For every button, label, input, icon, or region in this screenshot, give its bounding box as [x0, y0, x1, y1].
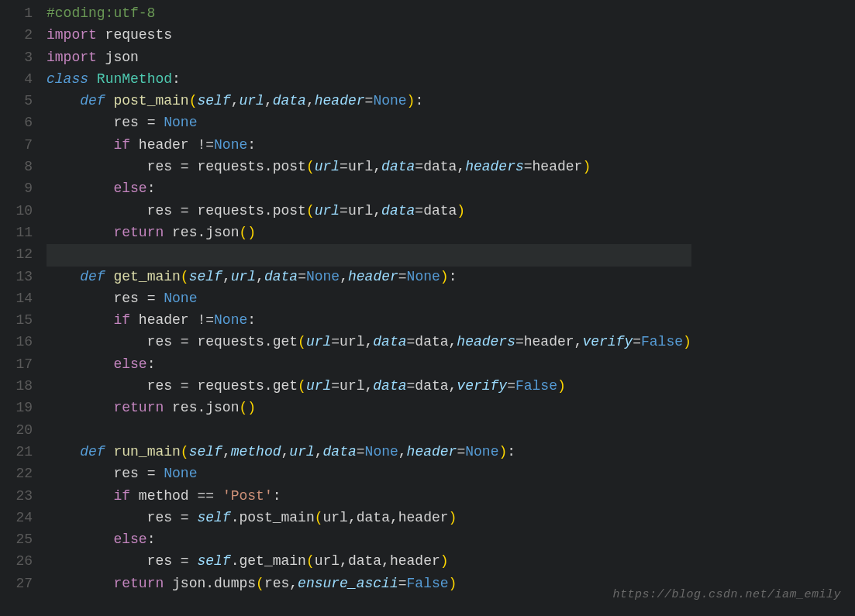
- token: [47, 181, 113, 196]
- token: .post_main: [231, 510, 315, 525]
- token: None: [306, 269, 340, 284]
- token: requests.get: [189, 378, 298, 394]
- token: :: [415, 93, 423, 108]
- token: data: [381, 203, 415, 219]
- line-number: 27: [6, 573, 33, 595]
- code-line[interactable]: else:: [47, 178, 691, 200]
- code-line[interactable]: import json: [47, 47, 691, 69]
- token: header: [407, 444, 457, 459]
- token: header: [130, 312, 197, 328]
- code-line[interactable]: [47, 244, 691, 266]
- token: !=: [197, 137, 214, 153]
- code-line[interactable]: if header !=None:: [47, 135, 691, 157]
- token: res: [47, 115, 147, 130]
- token: data: [373, 334, 406, 349]
- code-line[interactable]: def get_main(self,url,data=None,header=N…: [47, 267, 691, 288]
- code-line[interactable]: def run_main(self,method,url,data=None,h…: [47, 442, 691, 463]
- line-number: 12: [6, 244, 33, 266]
- token: header: [315, 93, 365, 108]
- token: False: [515, 378, 557, 394]
- token: =: [457, 444, 465, 459]
- code-line[interactable]: res = None: [47, 288, 691, 310]
- token: ,: [222, 269, 231, 284]
- code-line[interactable]: res = requests.post(url=url,data=data): [47, 201, 691, 222]
- code-line[interactable]: res = requests.get(url=url,data=data,ver…: [47, 376, 691, 397]
- code-area[interactable]: #coding:utf-8import requestsimport jsonc…: [43, 0, 691, 616]
- token: [47, 312, 113, 328]
- token: res: [47, 203, 181, 219]
- token: RunMethod: [97, 71, 172, 87]
- token: method: [130, 488, 197, 504]
- token: =: [181, 203, 189, 219]
- token: ,: [340, 269, 348, 284]
- token: =header: [524, 159, 583, 174]
- token: url: [231, 269, 256, 284]
- token: (): [239, 225, 256, 240]
- code-line[interactable]: res = None: [47, 463, 691, 485]
- token: (: [256, 576, 264, 591]
- token: :: [172, 71, 181, 87]
- token: ensure_ascii: [298, 576, 398, 591]
- token: [47, 269, 80, 284]
- line-number: 14: [6, 288, 33, 310]
- code-line[interactable]: if method == 'Post':: [47, 486, 691, 508]
- line-number: 25: [6, 529, 33, 551]
- line-number: 5: [6, 91, 33, 112]
- token: ,: [281, 444, 290, 459]
- token: ): [407, 93, 415, 108]
- code-editor[interactable]: 1234567891011121314151617181920212223242…: [0, 0, 855, 616]
- token: if: [113, 488, 130, 504]
- token: =: [147, 291, 156, 306]
- token: False: [641, 334, 683, 349]
- code-line[interactable]: def post_main(self,url,data,header=None)…: [47, 91, 691, 112]
- token: (: [306, 553, 315, 569]
- line-number: 10: [6, 201, 33, 222]
- token: :: [507, 444, 515, 459]
- code-line[interactable]: res = self.get_main(url,data,header): [47, 551, 691, 573]
- token: return: [113, 576, 164, 591]
- code-line[interactable]: res = requests.get(url=url,data=data,hea…: [47, 332, 691, 353]
- line-number: 13: [6, 267, 33, 288]
- code-line[interactable]: #coding:utf-8: [47, 3, 691, 25]
- token: self: [197, 553, 230, 569]
- token: [47, 400, 113, 415]
- token: =data: [415, 203, 457, 219]
- line-number: 22: [6, 463, 33, 485]
- code-line[interactable]: if header !=None:: [47, 310, 691, 332]
- line-number: 4: [6, 69, 33, 91]
- code-line[interactable]: res = None: [47, 112, 691, 134]
- code-line[interactable]: class RunMethod:: [47, 69, 691, 91]
- token: ): [449, 576, 457, 591]
- token: None: [214, 137, 247, 153]
- token: =url,: [340, 159, 381, 174]
- code-line[interactable]: [47, 420, 691, 442]
- token: [155, 291, 164, 306]
- code-line[interactable]: import requests: [47, 25, 691, 46]
- code-line[interactable]: return res.json(): [47, 222, 691, 244]
- token: requests.post: [189, 203, 306, 219]
- token: header: [348, 269, 398, 284]
- token: [189, 553, 198, 569]
- token: [105, 444, 114, 459]
- token: !=: [197, 312, 214, 328]
- code-line[interactable]: return json.dumps(res,ensure_ascii=False…: [47, 573, 691, 595]
- token: =data,: [407, 378, 457, 394]
- line-number: 11: [6, 222, 33, 244]
- token: ): [498, 444, 507, 459]
- code-line[interactable]: res = requests.post(url=url,data=data,he…: [47, 157, 691, 178]
- code-line[interactable]: return res.json(): [47, 397, 691, 419]
- token: verify: [457, 378, 507, 394]
- token: res: [47, 510, 181, 525]
- token: =: [357, 444, 365, 459]
- line-number-gutter: 1234567891011121314151617181920212223242…: [0, 0, 43, 616]
- code-line[interactable]: else:: [47, 354, 691, 376]
- token: [155, 115, 164, 130]
- token: res,: [264, 576, 298, 591]
- token: (: [181, 269, 189, 284]
- token: (: [189, 93, 198, 108]
- token: requests: [97, 27, 172, 43]
- code-line[interactable]: else:: [47, 529, 691, 551]
- token: run_main: [113, 444, 180, 459]
- code-line[interactable]: res = self.post_main(url,data,header): [47, 508, 691, 529]
- token: res.json: [164, 400, 239, 415]
